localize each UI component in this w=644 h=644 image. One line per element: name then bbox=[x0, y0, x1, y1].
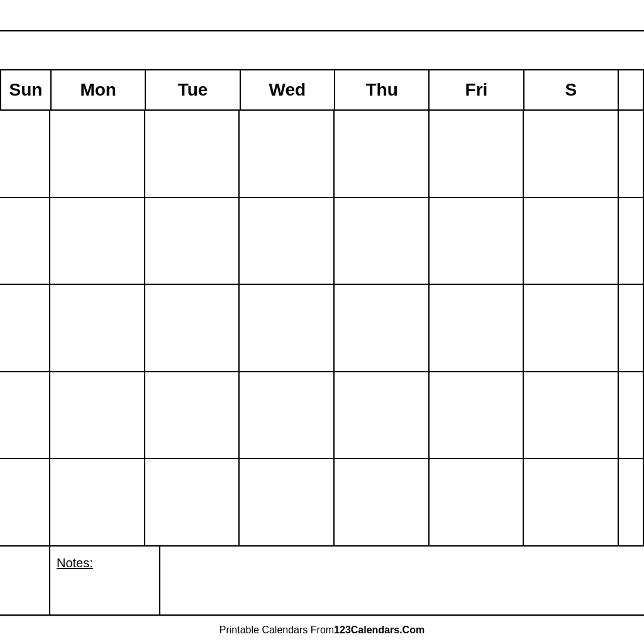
cell-2-4 bbox=[240, 198, 335, 286]
calendar-row-4 bbox=[0, 372, 644, 460]
cell-4-7 bbox=[524, 372, 619, 460]
cell-3-1 bbox=[0, 285, 50, 372]
cell-5-5 bbox=[335, 459, 430, 547]
cell-4-4 bbox=[240, 372, 335, 460]
notes-content-area bbox=[160, 547, 644, 614]
cell-3-6 bbox=[430, 285, 525, 372]
cell-3-3 bbox=[145, 285, 240, 372]
notes-label-cell: Notes: bbox=[50, 547, 160, 614]
cell-1-3 bbox=[145, 111, 240, 198]
cell-2-7 bbox=[524, 198, 619, 286]
cell-5-1 bbox=[0, 459, 50, 547]
calendar-row-1 bbox=[0, 111, 644, 198]
cell-1-4 bbox=[240, 111, 335, 198]
cell-3-7 bbox=[524, 285, 619, 372]
calendar-row-5 bbox=[0, 459, 644, 547]
header-sat: S bbox=[525, 70, 619, 111]
cell-5-3 bbox=[145, 459, 240, 547]
notes-empty-1 bbox=[0, 547, 50, 614]
cell-2-6 bbox=[430, 198, 525, 286]
header-sun: Sun bbox=[1, 70, 52, 111]
cell-5-7 bbox=[524, 459, 619, 547]
cell-4-3 bbox=[145, 372, 240, 460]
cell-4-1 bbox=[0, 372, 50, 460]
header-thu: Thu bbox=[335, 70, 430, 111]
cell-1-7 bbox=[524, 111, 619, 198]
top-bar bbox=[0, 0, 644, 31]
header-wed: Wed bbox=[241, 70, 335, 111]
cell-4-5 bbox=[335, 372, 430, 460]
calendar-container: Sun Mon Tue Wed Thu Fri S bbox=[0, 69, 644, 616]
page-wrapper: Sun Mon Tue Wed Thu Fri S bbox=[0, 0, 644, 644]
header-fri: Fri bbox=[430, 70, 524, 111]
footer: Printable Calendars From 123Calendars.Co… bbox=[0, 616, 644, 644]
footer-prefix: Printable Calendars From bbox=[219, 625, 334, 636]
cell-3-2 bbox=[50, 285, 145, 372]
cell-4-2 bbox=[50, 372, 145, 460]
cell-3-5 bbox=[335, 285, 430, 372]
footer-brand: 123Calendars.Com bbox=[334, 625, 425, 636]
title-area bbox=[0, 31, 644, 69]
cell-5-2 bbox=[50, 459, 145, 547]
cell-1-1 bbox=[0, 111, 50, 198]
calendar-header: Sun Mon Tue Wed Thu Fri S bbox=[0, 69, 644, 111]
cell-3-4 bbox=[240, 285, 335, 372]
notes-label: Notes: bbox=[57, 556, 93, 570]
cell-5-4 bbox=[240, 459, 335, 547]
cell-2-2 bbox=[50, 198, 145, 286]
header-mon: Mon bbox=[52, 70, 146, 111]
cell-2-1 bbox=[0, 198, 50, 286]
cell-5-6 bbox=[430, 459, 525, 547]
cell-2-3 bbox=[145, 198, 240, 286]
cell-4-6 bbox=[430, 372, 525, 460]
cell-1-2 bbox=[50, 111, 145, 198]
calendar-row-3 bbox=[0, 285, 644, 372]
cell-1-6 bbox=[430, 111, 525, 198]
header-tue: Tue bbox=[146, 70, 240, 111]
cell-2-5 bbox=[335, 198, 430, 286]
cell-1-5 bbox=[335, 111, 430, 198]
notes-row: Notes: bbox=[0, 547, 644, 616]
calendar-row-2 bbox=[0, 198, 644, 286]
